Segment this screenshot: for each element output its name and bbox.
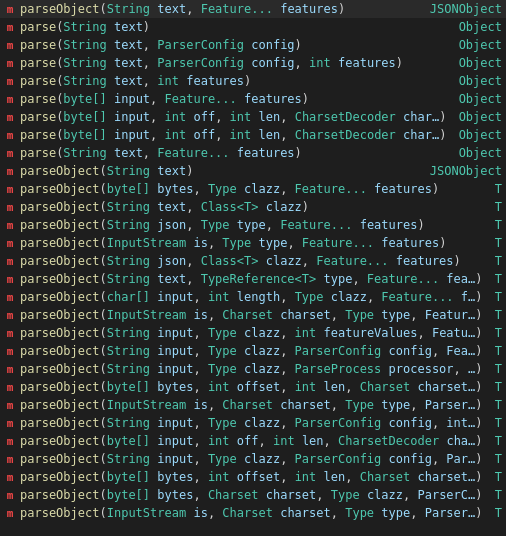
list-item[interactable]: mparse(String text, Feature... features)… xyxy=(0,144,506,162)
method-params: String input, Type clazz, ParserConfig c… xyxy=(107,416,476,430)
method-name: parseObject xyxy=(20,254,99,268)
method-params: byte[] input, Feature... features xyxy=(63,92,301,106)
list-item[interactable]: mparseObject(String text, Feature... fea… xyxy=(0,0,506,18)
m-icon: m xyxy=(4,165,16,178)
m-icon: m xyxy=(4,489,16,502)
list-item[interactable]: mparseObject(String input, Type clazz, P… xyxy=(0,414,506,432)
list-item[interactable]: mparse(byte[] input, int off, int len, C… xyxy=(0,108,506,126)
list-item[interactable]: mparseObject(byte[] bytes, Charset chars… xyxy=(0,486,506,504)
list-item[interactable]: mparse(String text, ParserConfig config)… xyxy=(0,36,506,54)
method-params: char[] input, int length, Type clazz, Fe… xyxy=(107,290,476,304)
list-item[interactable]: mparse(String text, ParserConfig config,… xyxy=(0,54,506,72)
method-signature: parse(String text) xyxy=(20,20,451,34)
return-type: Object xyxy=(451,74,502,88)
return-type: T xyxy=(487,290,502,304)
list-item[interactable]: mparse(String text, int features)Object xyxy=(0,72,506,90)
method-signature: parse(String text, int features) xyxy=(20,74,451,88)
method-signature: parseObject(String input, Type clazz, Pa… xyxy=(20,452,487,466)
return-type: T xyxy=(487,326,502,340)
return-type: Object xyxy=(451,38,502,52)
method-signature: parseObject(byte[] bytes, int offset, in… xyxy=(20,380,487,394)
list-item[interactable]: mparse(byte[] input, int off, int len, C… xyxy=(0,126,506,144)
list-item[interactable]: mparse(byte[] input, Feature... features… xyxy=(0,90,506,108)
return-type: T xyxy=(487,182,502,196)
list-item[interactable]: mparseObject(InputStream is, Charset cha… xyxy=(0,306,506,324)
list-item[interactable]: mparseObject(byte[] input, int off, int … xyxy=(0,432,506,450)
method-params: String text, Feature... features xyxy=(107,2,338,16)
method-params: String text, ParserConfig config xyxy=(63,38,294,52)
method-signature: parseObject(String json, Class<T> clazz,… xyxy=(20,254,487,268)
method-name: parseObject xyxy=(20,236,99,250)
m-icon: m xyxy=(4,147,16,160)
method-params: String text, Class<T> clazz xyxy=(107,200,302,214)
method-signature: parse(byte[] input, int off, int len, Ch… xyxy=(20,128,451,142)
method-name: parse xyxy=(20,74,56,88)
return-type: Object xyxy=(451,56,502,70)
method-name: parse xyxy=(20,110,56,124)
method-signature: parse(String text, ParserConfig config) xyxy=(20,38,451,52)
method-signature: parseObject(String text, TypeReference<T… xyxy=(20,272,487,286)
method-name: parseObject xyxy=(20,434,99,448)
m-icon: m xyxy=(4,435,16,448)
list-item[interactable]: mparseObject(byte[] bytes, int offset, i… xyxy=(0,378,506,396)
list-item[interactable]: mparseObject(InputStream is, Type type, … xyxy=(0,234,506,252)
return-type: T xyxy=(487,488,502,502)
m-icon: m xyxy=(4,471,16,484)
list-item[interactable]: mparseObject(String input, Type clazz, i… xyxy=(0,324,506,342)
method-signature: parseObject(byte[] bytes, Type clazz, Fe… xyxy=(20,182,487,196)
method-signature: parse(byte[] input, Feature... features) xyxy=(20,92,451,106)
return-type: JSONObject xyxy=(422,164,502,178)
method-params: InputStream is, Charset charset, Type ty… xyxy=(107,506,476,520)
method-name: parseObject xyxy=(20,416,99,430)
m-icon: m xyxy=(4,291,16,304)
method-signature: parse(String text, Feature... features) xyxy=(20,146,451,160)
return-type: T xyxy=(487,254,502,268)
return-type: T xyxy=(487,470,502,484)
list-item[interactable]: mparseObject(InputStream is, Charset cha… xyxy=(0,504,506,522)
list-item[interactable]: mparseObject(String input, Type clazz, P… xyxy=(0,450,506,468)
method-params: String text xyxy=(107,164,187,178)
method-name: parseObject xyxy=(20,2,99,16)
list-item[interactable]: mparseObject(InputStream is, Charset cha… xyxy=(0,396,506,414)
method-params: String input, Type clazz, int featureVal… xyxy=(107,326,476,340)
return-type: Object xyxy=(451,146,502,160)
method-name: parseObject xyxy=(20,506,99,520)
list-item[interactable]: mparseObject(String input, Type clazz, P… xyxy=(0,360,506,378)
return-type: T xyxy=(487,236,502,250)
method-name: parseObject xyxy=(20,344,99,358)
method-params: String text, ParserConfig config, int fe… xyxy=(63,56,395,70)
list-item[interactable]: mparseObject(byte[] bytes, int offset, i… xyxy=(0,468,506,486)
method-signature: parseObject(String text, Feature... feat… xyxy=(20,2,422,16)
list-item[interactable]: mparseObject(String text, Class<T> clazz… xyxy=(0,198,506,216)
method-name: parseObject xyxy=(20,470,99,484)
m-icon: m xyxy=(4,57,16,70)
list-item[interactable]: mparseObject(char[] input, int length, T… xyxy=(0,288,506,306)
list-item[interactable]: mparseObject(String json, Class<T> clazz… xyxy=(0,252,506,270)
method-signature: parseObject(String text) xyxy=(20,164,422,178)
return-type: Object xyxy=(451,20,502,34)
list-item[interactable]: mparseObject(String text, TypeReference<… xyxy=(0,270,506,288)
m-icon: m xyxy=(4,75,16,88)
method-params: String json, Type type, Feature... featu… xyxy=(107,218,418,232)
method-signature: parseObject(InputStream is, Charset char… xyxy=(20,506,487,520)
list-item[interactable]: mparseObject(byte[] bytes, Type clazz, F… xyxy=(0,180,506,198)
method-signature: parseObject(InputStream is, Type type, F… xyxy=(20,236,487,250)
list-item[interactable]: mparseObject(String text)JSONObject xyxy=(0,162,506,180)
m-icon: m xyxy=(4,417,16,430)
return-type: Object xyxy=(451,110,502,124)
method-name: parse xyxy=(20,146,56,160)
method-list[interactable]: mparseObject(String text, Feature... fea… xyxy=(0,0,506,536)
method-name: parseObject xyxy=(20,362,99,376)
list-item[interactable]: mparse(String text)Object xyxy=(0,18,506,36)
m-icon: m xyxy=(4,201,16,214)
return-type: T xyxy=(487,452,502,466)
method-signature: parseObject(byte[] input, int off, int l… xyxy=(20,434,487,448)
m-icon: m xyxy=(4,111,16,124)
method-params: byte[] input, int off, int len, CharsetD… xyxy=(63,110,439,124)
method-name: parse xyxy=(20,38,56,52)
method-signature: parseObject(String text, Class<T> clazz) xyxy=(20,200,487,214)
list-item[interactable]: mparseObject(String input, Type clazz, P… xyxy=(0,342,506,360)
return-type: T xyxy=(487,344,502,358)
list-item[interactable]: mparseObject(String json, Type type, Fea… xyxy=(0,216,506,234)
return-type: T xyxy=(487,434,502,448)
